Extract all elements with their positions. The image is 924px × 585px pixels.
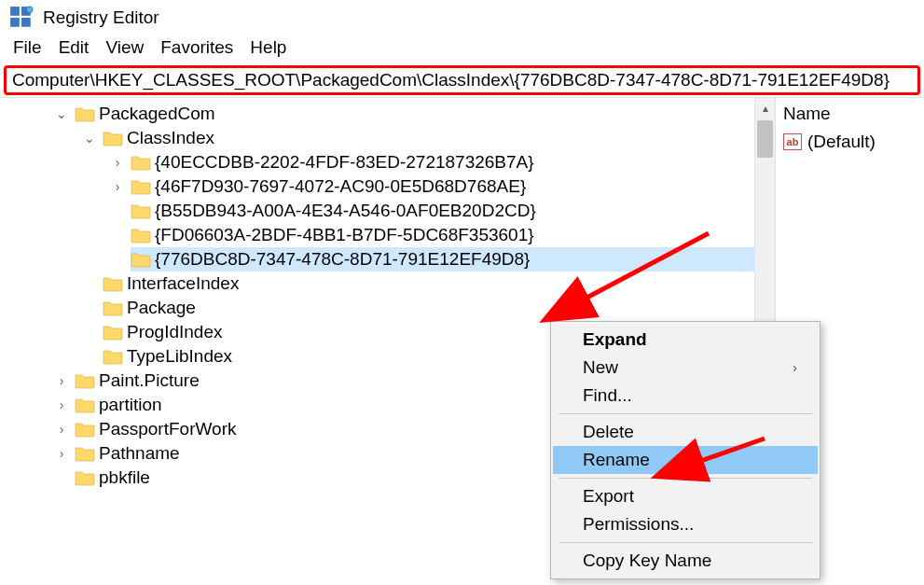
tree-node-interfaceindex[interactable]: · InterfaceIndex (80, 272, 775, 296)
expand-icon[interactable]: › (108, 179, 127, 194)
node-label: PassportForWork (99, 419, 236, 439)
ctx-label: Expand (583, 329, 647, 350)
ctx-label: Rename (583, 450, 650, 470)
menu-bar: File Edit View Favorites Help (0, 34, 924, 63)
ctx-separator (559, 478, 812, 479)
context-menu: Expand New › Find... Delete Rename Expor… (550, 321, 821, 579)
ctx-separator (559, 413, 812, 414)
node-label: InterfaceIndex (127, 273, 239, 294)
ctx-export[interactable]: Export (553, 482, 818, 510)
node-label: TypeLibIndex (127, 346, 232, 367)
menu-file[interactable]: File (7, 35, 48, 60)
expand-spacer: · (80, 300, 99, 315)
folder-icon (103, 324, 123, 341)
node-label: {776DBC8D-7347-478C-8D71-791E12EF49D8} (155, 249, 533, 270)
folder-icon (131, 202, 151, 219)
node-label: {FD06603A-2BDF-4BB1-B7DF-5DC68F353601} (155, 225, 534, 245)
menu-edit[interactable]: Edit (53, 35, 95, 60)
menu-favorites[interactable]: Favorites (155, 35, 239, 60)
node-label: Package (127, 298, 196, 318)
node-label: pbkfile (99, 467, 150, 488)
ctx-expand[interactable]: Expand (553, 326, 818, 354)
ctx-delete[interactable]: Delete (553, 418, 818, 446)
folder-icon (103, 299, 123, 316)
folder-icon (103, 348, 123, 365)
node-label: Paint.Picture (99, 370, 200, 391)
menu-help[interactable]: Help (244, 35, 292, 60)
ctx-label: Copy Key Name (583, 550, 711, 571)
node-label: Pathname (99, 443, 180, 464)
expand-icon[interactable]: › (52, 446, 71, 461)
tree-node-guid-selected[interactable]: · {776DBC8D-7347-478C-8D71-791E12EF49D8} (108, 247, 775, 272)
svg-point-4 (26, 7, 33, 13)
ctx-find[interactable]: Find... (553, 382, 818, 410)
submenu-arrow-icon: › (793, 360, 797, 375)
svg-rect-3 (21, 18, 31, 27)
ctx-copy-key-name[interactable]: Copy Key Name (553, 547, 818, 575)
tree-node-packagedcom[interactable]: ⌄ PackagedCom (52, 102, 775, 126)
svg-rect-2 (10, 18, 20, 27)
collapse-icon[interactable]: ⌄ (80, 131, 99, 146)
expand-spacer: · (52, 470, 71, 485)
folder-icon (131, 251, 151, 268)
tree-node-guid[interactable]: · {FD06603A-2BDF-4BB1-B7DF-5DC68F353601} (108, 223, 775, 247)
regedit-icon (9, 6, 34, 30)
folder-icon (75, 421, 95, 438)
expand-spacer: · (108, 228, 127, 243)
string-value-icon: ab (783, 133, 802, 150)
expand-icon[interactable]: › (52, 422, 71, 437)
column-header-name[interactable]: Name (783, 104, 917, 128)
folder-icon (131, 154, 151, 171)
tree-node-guid[interactable]: › {46F7D930-7697-4072-AC90-0E5D68D768AE} (108, 174, 775, 199)
expand-spacer: · (80, 276, 99, 291)
scroll-thumb[interactable] (757, 120, 773, 158)
folder-icon (103, 275, 123, 292)
address-bar[interactable] (12, 70, 912, 91)
title-bar: Registry Editor (0, 0, 924, 34)
ctx-label: Export (583, 486, 634, 507)
window-title: Registry Editor (43, 7, 159, 28)
expand-icon[interactable]: › (108, 155, 127, 170)
expand-icon[interactable]: › (52, 397, 71, 412)
folder-icon (75, 372, 95, 389)
ctx-permissions[interactable]: Permissions... (553, 510, 818, 538)
folder-icon (75, 445, 95, 462)
node-label: ProgIdIndex (127, 322, 222, 342)
ctx-separator (559, 542, 812, 543)
folder-icon (75, 105, 95, 122)
node-label: partition (99, 395, 162, 415)
folder-icon (131, 227, 151, 244)
node-label: {B55DB943-A00A-4E34-A546-0AF0EB20D2CD} (155, 201, 536, 221)
node-label: {46F7D930-7697-4072-AC90-0E5D68D768AE} (155, 176, 526, 197)
menu-view[interactable]: View (100, 35, 149, 60)
tree-node-guid[interactable]: › {40ECCDBB-2202-4FDF-83ED-272187326B7A} (108, 150, 775, 174)
tree-node-classindex[interactable]: ⌄ ClassIndex (80, 126, 775, 150)
ctx-label: Delete (583, 422, 634, 442)
node-label: PackagedCom (99, 104, 215, 124)
ctx-label: New (583, 357, 618, 378)
node-label: ClassIndex (127, 128, 214, 148)
ctx-rename[interactable]: Rename (553, 446, 818, 474)
folder-icon (75, 397, 95, 413)
folder-icon (75, 469, 95, 486)
ctx-new[interactable]: New › (553, 354, 818, 382)
tree-node-package[interactable]: · Package (80, 296, 775, 320)
ctx-label: Find... (583, 385, 632, 406)
expand-spacer: · (80, 325, 99, 340)
folder-icon (131, 178, 151, 195)
address-bar-highlight (4, 65, 920, 95)
collapse-icon[interactable]: ⌄ (52, 106, 71, 121)
expand-spacer: · (108, 203, 127, 218)
scroll-up-icon[interactable]: ▴ (755, 98, 775, 118)
ctx-label: Permissions... (583, 514, 694, 535)
expand-icon[interactable]: › (52, 373, 71, 388)
expand-spacer: · (80, 349, 99, 364)
folder-icon (103, 130, 123, 146)
node-label: {40ECCDBB-2202-4FDF-83ED-272187326B7A} (155, 152, 534, 173)
value-row-default[interactable]: ab (Default) (783, 128, 917, 156)
tree-node-guid[interactable]: · {B55DB943-A00A-4E34-A546-0AF0EB20D2CD} (108, 199, 775, 223)
value-name: (Default) (807, 132, 876, 152)
svg-rect-0 (10, 7, 20, 16)
expand-spacer: · (108, 252, 127, 267)
